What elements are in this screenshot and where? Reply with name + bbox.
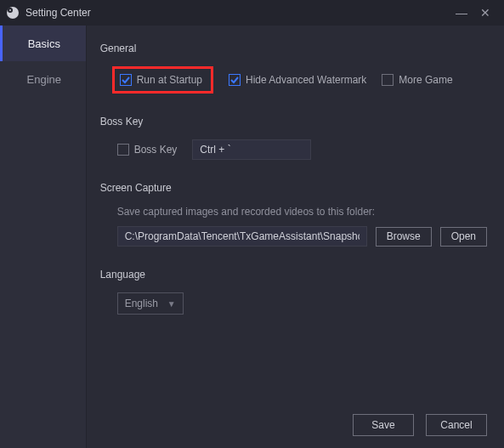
screen-capture-helper: Save captured images and recorded videos… bbox=[100, 206, 487, 218]
checkbox-box-icon bbox=[117, 144, 129, 156]
minimize-button[interactable]: — bbox=[450, 6, 473, 20]
boss-key-hotkey-input[interactable] bbox=[192, 139, 311, 160]
sidebar-item-label: Basics bbox=[28, 37, 60, 50]
chevron-down-icon: ▼ bbox=[167, 299, 176, 309]
language-selected: English bbox=[125, 298, 158, 309]
section-title-boss-key: Boss Key bbox=[100, 116, 487, 128]
section-language: Language English ▼ bbox=[100, 269, 487, 315]
checkbox-label: More Game bbox=[399, 74, 452, 86]
open-button[interactable]: Open bbox=[440, 227, 487, 247]
save-button[interactable]: Save bbox=[353, 414, 414, 436]
checkbox-label: Run at Startup bbox=[137, 74, 202, 86]
section-title-language: Language bbox=[100, 269, 487, 281]
checkbox-boss-key[interactable]: Boss Key bbox=[117, 144, 178, 156]
section-screen-capture: Screen Capture Save captured images and … bbox=[100, 182, 487, 247]
sidebar: Basics Engine bbox=[0, 26, 87, 448]
sidebar-item-engine[interactable]: Engine bbox=[0, 61, 86, 97]
checkbox-box-icon bbox=[382, 74, 394, 86]
checkbox-more-game[interactable]: More Game bbox=[382, 74, 452, 86]
footer-buttons: Save Cancel bbox=[353, 414, 487, 436]
app-logo-icon bbox=[7, 7, 19, 19]
section-title-general: General bbox=[100, 43, 487, 54]
capture-path-input[interactable] bbox=[117, 226, 367, 247]
section-general: General Run at Startup bbox=[100, 43, 487, 94]
sidebar-item-label: Engine bbox=[27, 73, 61, 86]
cancel-button[interactable]: Cancel bbox=[426, 414, 487, 436]
checkbox-hide-watermark[interactable]: Hide Advanced Watermark bbox=[229, 74, 366, 86]
window-title: Setting Center bbox=[25, 7, 91, 19]
language-select[interactable]: English ▼ bbox=[117, 292, 184, 315]
section-title-screen-capture: Screen Capture bbox=[100, 182, 487, 194]
checkbox-run-at-startup[interactable]: Run at Startup bbox=[120, 74, 202, 86]
content-panel: General Run at Startup bbox=[87, 26, 504, 448]
checkbox-label: Hide Advanced Watermark bbox=[246, 74, 366, 86]
checkbox-label: Boss Key bbox=[134, 144, 178, 156]
highlight-run-at-startup: Run at Startup bbox=[112, 66, 213, 94]
titlebar: Setting Center — ✕ bbox=[0, 0, 504, 26]
sidebar-item-basics[interactable]: Basics bbox=[0, 26, 86, 61]
section-boss-key: Boss Key Boss Key bbox=[100, 116, 487, 160]
browse-button[interactable]: Browse bbox=[376, 227, 432, 247]
close-button[interactable]: ✕ bbox=[473, 6, 497, 20]
checkmark-icon bbox=[120, 74, 132, 86]
checkmark-icon bbox=[229, 74, 241, 86]
